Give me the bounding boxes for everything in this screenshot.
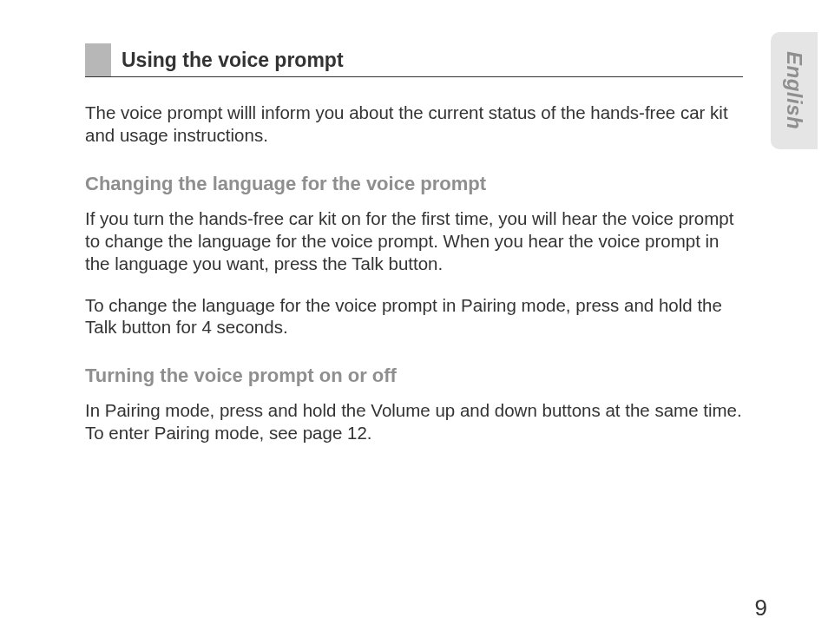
language-tab-label: English — [782, 51, 806, 129]
section-header-block — [85, 43, 111, 76]
manual-page: English Using the voice prompt The voice… — [0, 0, 828, 644]
intro-paragraph: The voice prompt willl inform you about … — [85, 102, 743, 147]
subheading-toggle-prompt: Turning the voice prompt on or off — [85, 365, 743, 387]
subheading-change-language: Changing the language for the voice prom… — [85, 173, 743, 195]
section-title: Using the voice prompt — [111, 43, 352, 76]
language-tab: English — [771, 32, 818, 149]
page-number: 9 — [755, 595, 767, 621]
paragraph-change-language-2: To change the language for the voice pro… — [85, 294, 743, 339]
paragraph-change-language-1: If you turn the hands-free car kit on fo… — [85, 207, 743, 274]
section-header: Using the voice prompt — [85, 43, 743, 77]
paragraph-toggle-prompt: In Pairing mode, press and hold the Volu… — [85, 399, 743, 444]
